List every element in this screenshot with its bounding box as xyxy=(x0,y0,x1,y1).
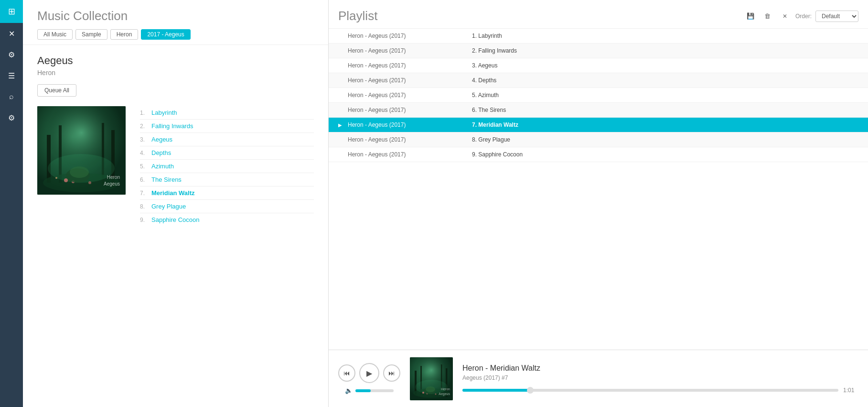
album-title: Aegeus xyxy=(37,55,314,67)
delete-playlist-button[interactable]: 🗑 xyxy=(761,10,774,23)
svg-rect-2 xyxy=(47,135,51,183)
sidebar: ⊞ ✕ ⚙ ☰ ⌕ ⚙ xyxy=(0,0,23,407)
playlist-row[interactable]: Heron - Aegeus (2017) 5. Azimuth xyxy=(329,88,868,103)
playlist-row-album: Heron - Aegeus (2017) xyxy=(348,77,472,84)
order-select[interactable]: Default Random By Artist By Album xyxy=(815,11,858,22)
volume-bar[interactable] xyxy=(355,389,394,392)
playlist-title: Playlist xyxy=(338,9,738,23)
playlist-row-track: 4. Depths xyxy=(472,77,858,84)
save-icon: 💾 xyxy=(747,12,754,20)
playlist-row-track: 8. Grey Plague xyxy=(472,136,858,143)
playlist-row-track: 7. Meridian Waltz xyxy=(472,121,858,128)
filter-sample[interactable]: Sample xyxy=(75,29,107,40)
volume-area: 🔈 xyxy=(345,387,394,394)
playlist-row[interactable]: Heron - Aegeus (2017) 6. The Sirens xyxy=(329,103,868,118)
playlist-row-track: 1. Labyrinth xyxy=(472,33,858,39)
player-art-text: Heron Aegeus xyxy=(439,387,450,396)
progress-time: 1:01 xyxy=(843,387,858,394)
album-artist: Heron xyxy=(37,69,314,77)
track-item[interactable]: 8. Grey Plague xyxy=(140,200,314,213)
sidebar-item-search[interactable]: ⌕ xyxy=(0,86,23,107)
filter-tags: All Music Sample Heron 2017 - Aegeus xyxy=(37,29,314,40)
playlist-header: Playlist 💾 🗑 ✕ Order: Default Random xyxy=(329,0,868,29)
player-info: Heron - Meridian Waltz Aegeus (2017) #7 … xyxy=(462,364,858,394)
next-button[interactable]: ⏭ xyxy=(383,364,400,382)
sidebar-item-close[interactable]: ✕ xyxy=(0,23,23,44)
search-icon: ⌕ xyxy=(9,92,14,101)
player-album-info: Aegeus (2017) #7 xyxy=(462,374,858,381)
player: ⏮ ▶ ⏭ 🔈 xyxy=(329,350,868,407)
track-item[interactable]: 4. Depths xyxy=(140,146,314,160)
playlist-row[interactable]: Heron - Aegeus (2017) 2. Falling Inwards xyxy=(329,44,868,58)
playlist-row[interactable]: Heron - Aegeus (2017) 4. Depths xyxy=(329,73,868,88)
filter-all-music[interactable]: All Music xyxy=(37,29,73,40)
playlist-row-track: 6. The Sirens xyxy=(472,107,858,113)
track-item[interactable]: 6. The Sirens xyxy=(140,173,314,187)
filter-heron[interactable]: Heron xyxy=(110,29,139,40)
right-panel: Playlist 💾 🗑 ✕ Order: Default Random xyxy=(329,0,868,407)
progress-thumb xyxy=(527,387,534,394)
svg-point-13 xyxy=(70,166,89,178)
sidebar-logo: ⊞ xyxy=(0,0,23,23)
trash-icon: 🗑 xyxy=(764,12,771,20)
play-pause-button[interactable]: ▶ xyxy=(359,363,379,383)
player-album-art-inner: Heron Aegeus xyxy=(410,357,453,400)
track-item[interactable]: 1. Labyrinth xyxy=(140,106,314,120)
playlist-row-album: Heron - Aegeus (2017) xyxy=(348,121,472,128)
progress-fill xyxy=(462,389,530,392)
svg-point-26 xyxy=(426,386,435,392)
playlist-row[interactable]: Heron - Aegeus (2017) 9. Sapphire Cocoon xyxy=(329,147,868,162)
left-content: Aegeus Heron Queue All xyxy=(23,45,328,407)
sidebar-item-gear[interactable]: ⚙ xyxy=(0,107,23,128)
playlist-row[interactable]: Heron - Aegeus (2017) 8. Grey Plague xyxy=(329,132,868,147)
logo-icon: ⊞ xyxy=(8,6,15,17)
gear-icon: ⚙ xyxy=(8,113,15,122)
left-panel: Music Collection All Music Sample Heron … xyxy=(23,0,329,407)
track-item[interactable]: 5. Azimuth xyxy=(140,160,314,173)
volume-icon: 🔈 xyxy=(345,387,353,394)
shuffle-button[interactable]: ✕ xyxy=(778,10,792,23)
left-header: Music Collection All Music Sample Heron … xyxy=(23,0,328,45)
track-item[interactable]: 2. Falling Inwards xyxy=(140,120,314,133)
album-cover-art: Heron Aegeus xyxy=(37,106,126,195)
top-section: Music Collection All Music Sample Heron … xyxy=(23,0,868,407)
track-item[interactable]: 9. Sapphire Cocoon xyxy=(140,213,314,226)
volume-fill xyxy=(355,389,371,392)
play-indicator: ▶ xyxy=(338,122,348,128)
playlist-row-album: Heron - Aegeus (2017) xyxy=(348,33,472,39)
progress-bar[interactable] xyxy=(462,389,838,392)
playlist-row-track: 3. Aegeus xyxy=(472,62,858,69)
album-cover-text: Heron Aegeus xyxy=(104,174,120,187)
playlist-row-track: 9. Sapphire Cocoon xyxy=(472,151,858,158)
page-title: Music Collection xyxy=(37,9,314,23)
sidebar-item-settings[interactable]: ⚙ xyxy=(0,44,23,65)
track-item[interactable]: 7. Meridian Waltz xyxy=(140,187,314,200)
save-playlist-button[interactable]: 💾 xyxy=(744,10,757,23)
sidebar-item-menu[interactable]: ☰ xyxy=(0,65,23,86)
menu-icon: ☰ xyxy=(8,71,15,80)
playlist-row[interactable]: Heron - Aegeus (2017) 1. Labyrinth xyxy=(329,29,868,44)
progress-container: 1:01 xyxy=(462,387,858,394)
svg-point-22 xyxy=(422,392,424,394)
queue-all-button[interactable]: Queue All xyxy=(37,84,76,97)
prev-button[interactable]: ⏮ xyxy=(338,364,355,382)
filter-2017-aegeus[interactable]: 2017 - Aegeus xyxy=(141,29,190,40)
player-track-name: Heron - Meridian Waltz xyxy=(462,364,858,373)
svg-point-10 xyxy=(88,181,91,184)
playlist-content: Heron - Aegeus (2017) 1. Labyrinth Heron… xyxy=(329,29,868,350)
playlist-row-album: Heron - Aegeus (2017) xyxy=(348,136,472,143)
track-item[interactable]: 3. Aegeus xyxy=(140,133,314,146)
playlist-row-album: Heron - Aegeus (2017) xyxy=(348,151,472,158)
playlist-row-album: Heron - Aegeus (2017) xyxy=(348,92,472,99)
playlist-row-active[interactable]: ▶ Heron - Aegeus (2017) 7. Meridian Walt… xyxy=(329,118,868,132)
shuffle-icon: ✕ xyxy=(782,13,787,20)
playlist-row-album: Heron - Aegeus (2017) xyxy=(348,62,472,69)
close-icon: ✕ xyxy=(9,29,15,38)
playlist-row-track: 2. Falling Inwards xyxy=(472,47,858,54)
album-cover: Heron Aegeus xyxy=(37,106,126,195)
playlist-row[interactable]: Heron - Aegeus (2017) 3. Aegeus xyxy=(329,58,868,73)
settings-icon: ⚙ xyxy=(8,50,15,59)
playlist-row-album: Heron - Aegeus (2017) xyxy=(348,47,472,54)
order-label: Order: xyxy=(795,13,812,20)
playlist-row-album: Heron - Aegeus (2017) xyxy=(348,107,472,113)
